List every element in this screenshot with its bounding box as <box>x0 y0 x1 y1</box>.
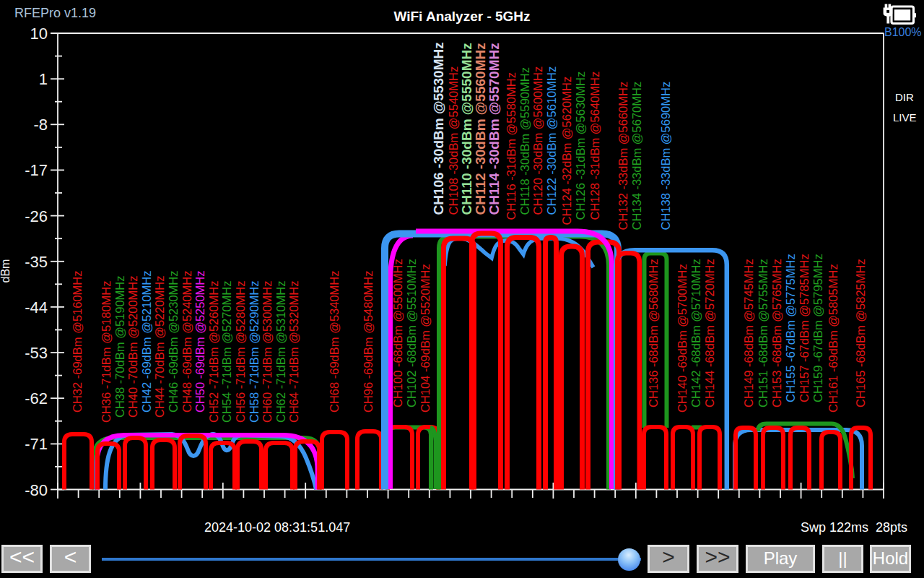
svg-text:-62: -62 <box>25 389 48 407</box>
svg-text:CH44 -70dBm @5220MHz: CH44 -70dBm @5220MHz <box>153 276 166 418</box>
svg-text:-17: -17 <box>25 161 48 179</box>
svg-text:CH132 -33dBm @5660MHz: CH132 -33dBm @5660MHz <box>616 82 629 230</box>
svg-text:-71: -71 <box>25 435 48 453</box>
svg-text:CH60 -71dBm @5300MHz: CH60 -71dBm @5300MHz <box>261 281 274 423</box>
svg-text:CH106 -30dBm @5530MHz: CH106 -30dBm @5530MHz <box>431 42 446 215</box>
svg-text:-26: -26 <box>25 207 48 225</box>
svg-text:CH142 -68dBm @5710MHz: CH142 -68dBm @5710MHz <box>689 259 702 407</box>
svg-text:CH159 -67dBm @5795MHz: CH159 -67dBm @5795MHz <box>811 254 824 402</box>
svg-text:-80: -80 <box>25 481 48 499</box>
svg-text:CH149 -68dBm @5745MHz: CH149 -68dBm @5745MHz <box>742 259 755 407</box>
svg-text:CH38 -70dBm @5190MHz: CH38 -70dBm @5190MHz <box>113 276 126 418</box>
svg-text:CH36 -71dBm @5180MHz: CH36 -71dBm @5180MHz <box>100 281 113 423</box>
svg-text:CH114 -30dBm @5570MHz: CH114 -30dBm @5570MHz <box>487 43 502 215</box>
svg-text:CH140 -69dBm @5700MHz: CH140 -69dBm @5700MHz <box>676 264 689 413</box>
svg-text:10: 10 <box>30 25 48 43</box>
svg-text:CH50 -69dBm @5250MHz: CH50 -69dBm @5250MHz <box>193 271 206 413</box>
svg-text:CH104 -69dBm @5520MHz: CH104 -69dBm @5520MHz <box>419 264 432 413</box>
svg-text:CH64 -71dBm @5320MHz: CH64 -71dBm @5320MHz <box>287 281 300 423</box>
svg-text:-53: -53 <box>25 344 48 362</box>
svg-text:dBm: dBm <box>0 259 12 283</box>
svg-text:CH56 -71dBm @5280MHz: CH56 -71dBm @5280MHz <box>234 281 247 423</box>
svg-text:CH153 -68dBm @5765MHz: CH153 -68dBm @5765MHz <box>770 259 783 407</box>
svg-text:CH120 -30dBm @5600MHz: CH120 -30dBm @5600MHz <box>531 66 544 215</box>
svg-text:CH161 -69dBm @5805MHz: CH161 -69dBm @5805MHz <box>827 264 840 413</box>
svg-text:CH62 -71dBm @5310MHz: CH62 -71dBm @5310MHz <box>274 281 287 423</box>
svg-text:-35: -35 <box>25 253 48 271</box>
svg-text:CH100 -68dBm @5500MHz: CH100 -68dBm @5500MHz <box>391 259 404 407</box>
svg-text:CH46 -69dBm @5230MHz: CH46 -69dBm @5230MHz <box>167 271 180 413</box>
svg-text:CH108 -30dBm @5540MHz: CH108 -30dBm @5540MHz <box>447 66 460 215</box>
svg-text:1: 1 <box>39 70 48 88</box>
svg-text:CH48 -69dBm @5240MHz: CH48 -69dBm @5240MHz <box>180 271 193 413</box>
svg-text:CH124 -32dBm @5620MHz: CH124 -32dBm @5620MHz <box>560 77 573 225</box>
svg-text:CH157 -67dBm @5785MHz: CH157 -67dBm @5785MHz <box>798 254 811 402</box>
svg-text:-8: -8 <box>33 116 48 134</box>
svg-text:CH138 -33dBm @5690MHz: CH138 -33dBm @5690MHz <box>659 82 672 230</box>
svg-text:CH40 -70dBm @5200MHz: CH40 -70dBm @5200MHz <box>126 276 139 418</box>
svg-text:CH52 -71dBm @5260MHz: CH52 -71dBm @5260MHz <box>207 281 220 423</box>
svg-text:CH96 -69dBm @5480MHz: CH96 -69dBm @5480MHz <box>362 271 375 413</box>
svg-text:CH32 -69dBm @5160MHz: CH32 -69dBm @5160MHz <box>71 271 84 413</box>
svg-text:CH128 -31dBm @5640MHz: CH128 -31dBm @5640MHz <box>588 72 601 220</box>
svg-text:CH116 -31dBm @5580MHz: CH116 -31dBm @5580MHz <box>505 72 518 220</box>
svg-text:CH58 -71dBm @5290MHz: CH58 -71dBm @5290MHz <box>248 281 261 423</box>
svg-text:CH110 -30dBm @5550MHz: CH110 -30dBm @5550MHz <box>459 43 474 215</box>
svg-text:CH144 -68dBm @5720MHz: CH144 -68dBm @5720MHz <box>703 259 716 407</box>
svg-text:CH136 -68dBm @5680MHz: CH136 -68dBm @5680MHz <box>647 259 660 407</box>
svg-text:CH165 -68dBm @5825MHz: CH165 -68dBm @5825MHz <box>854 259 867 407</box>
svg-text:CH122 -30dBm @5610MHz: CH122 -30dBm @5610MHz <box>545 66 558 215</box>
svg-text:-44: -44 <box>25 298 48 316</box>
svg-text:CH134 -33dBm @5670MHz: CH134 -33dBm @5670MHz <box>630 82 643 230</box>
svg-text:CH151 -68dBm @5755MHz: CH151 -68dBm @5755MHz <box>757 259 770 407</box>
svg-text:CH68 -69dBm @5340MHz: CH68 -69dBm @5340MHz <box>328 271 341 413</box>
svg-text:CH126 -31dBm @5630MHz: CH126 -31dBm @5630MHz <box>574 72 587 220</box>
svg-text:CH155 -67dBm @5775MHz: CH155 -67dBm @5775MHz <box>784 254 797 402</box>
svg-text:CH42 -69dBm @5210MHz: CH42 -69dBm @5210MHz <box>140 271 153 413</box>
svg-text:CH112 -30dBm @5560MHz: CH112 -30dBm @5560MHz <box>473 43 488 215</box>
svg-text:CH54 -71dBm @5270MHz: CH54 -71dBm @5270MHz <box>220 281 233 423</box>
svg-text:CH102 -68dBm @5510MHz: CH102 -68dBm @5510MHz <box>405 259 418 407</box>
svg-text:CH118 -30dBm @5590MHz: CH118 -30dBm @5590MHz <box>518 67 531 215</box>
